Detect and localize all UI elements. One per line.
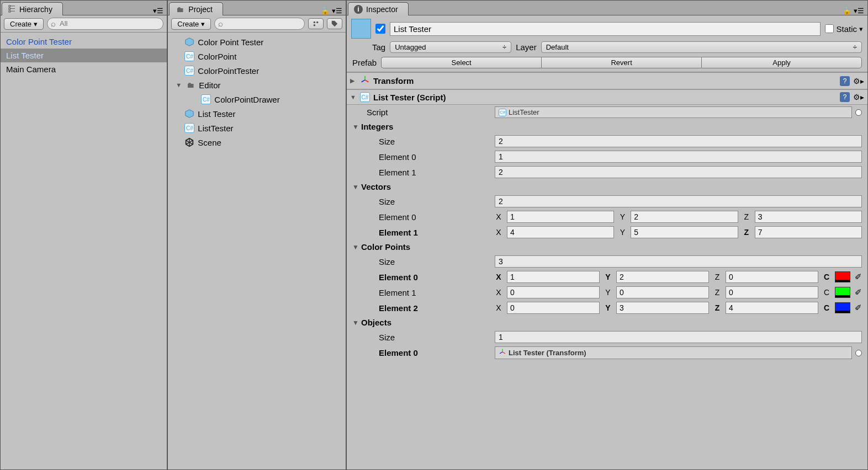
z-field[interactable]	[726, 286, 818, 298]
hierarchy-item[interactable]: List Tester	[1, 49, 167, 62]
hierarchy-item[interactable]: Color Point Tester	[1, 35, 167, 49]
y-label[interactable]: Y	[604, 273, 612, 281]
hierarchy-item[interactable]: Main Camera	[1, 62, 167, 76]
help-icon[interactable]: ?	[840, 92, 850, 102]
object-picker-icon[interactable]	[855, 109, 862, 116]
filter-label-button[interactable]	[327, 18, 342, 29]
eyedropper-icon[interactable]: ✐	[855, 287, 862, 297]
gear-icon[interactable]: ⚙▸	[853, 77, 864, 86]
z-field[interactable]	[726, 271, 818, 283]
x-field[interactable]	[507, 302, 600, 314]
y-label[interactable]: Y	[604, 303, 612, 312]
color-swatch[interactable]	[835, 287, 850, 298]
project-item[interactable]: C# ListTester	[168, 121, 346, 135]
script-object-field[interactable]: C#ListTester	[495, 106, 862, 118]
x-label[interactable]: X	[495, 273, 502, 281]
size-field[interactable]	[495, 255, 862, 268]
c-label[interactable]: C	[823, 273, 830, 281]
foldout-icon[interactable]: ▼	[352, 183, 359, 191]
panel-menu-icon[interactable]: ▾☰	[150, 7, 167, 15]
inspector-tab[interactable]: i Inspector	[348, 2, 409, 15]
active-checkbox[interactable]	[375, 24, 385, 34]
static-toggle[interactable]: Static ▾	[825, 24, 863, 34]
prefab-apply-button[interactable]: Apply	[701, 57, 862, 68]
y-field[interactable]	[616, 271, 709, 283]
c-label[interactable]: C	[823, 303, 830, 312]
color-swatch[interactable]	[835, 302, 850, 313]
x-field[interactable]	[507, 271, 600, 283]
size-field[interactable]	[495, 195, 862, 207]
y-field[interactable]	[631, 226, 738, 238]
filter-type-button[interactable]	[308, 18, 324, 29]
z-field[interactable]	[726, 302, 818, 314]
panel-menu-icon[interactable]: 🔒 ▾☰	[839, 7, 867, 15]
color-swatch[interactable]	[835, 271, 850, 282]
z-label[interactable]: Z	[713, 288, 721, 297]
project-item[interactable]: C# ColorPoint	[168, 49, 346, 63]
project-search[interactable]	[214, 18, 305, 30]
x-label[interactable]: X	[495, 212, 502, 221]
hierarchy-tab[interactable]: Hierarchy	[2, 2, 63, 15]
script-component-header[interactable]: ▼ C# List Tester (Script) ? ⚙▸	[347, 89, 867, 105]
integers-section[interactable]: ▼ Integers	[347, 120, 867, 133]
panel-menu-icon[interactable]: 🔒 ▾☰	[317, 7, 346, 15]
int-field[interactable]	[495, 166, 862, 178]
static-checkbox[interactable]	[825, 24, 834, 33]
z-label[interactable]: Z	[743, 212, 750, 221]
x-field[interactable]	[507, 226, 614, 238]
project-item[interactable]: Scene	[168, 135, 346, 149]
z-label[interactable]: Z	[713, 303, 721, 312]
create-button[interactable]: Create ▾	[4, 18, 44, 30]
create-button[interactable]: Create ▾	[171, 18, 211, 30]
x-field[interactable]	[507, 211, 614, 223]
foldout-icon[interactable]: ▼	[352, 123, 359, 131]
c-label[interactable]: C	[823, 288, 830, 297]
vectors-section[interactable]: ▼ Vectors	[347, 180, 867, 194]
prefab-select-button[interactable]: Select	[381, 57, 541, 68]
hierarchy-search[interactable]	[47, 18, 163, 30]
lock-icon[interactable]: 🔒	[321, 7, 330, 15]
project-tab[interactable]: 🖿 Project	[169, 2, 223, 15]
lock-icon[interactable]: 🔒	[843, 7, 851, 15]
y-label[interactable]: Y	[604, 288, 612, 297]
size-field[interactable]	[495, 331, 862, 343]
object-field[interactable]: List Tester (Transform)	[495, 346, 862, 359]
tag-dropdown[interactable]: Untagged÷	[390, 41, 511, 53]
size-field[interactable]	[495, 135, 862, 147]
objects-section[interactable]: ▼ Objects	[347, 316, 867, 329]
z-field[interactable]	[755, 211, 862, 223]
foldout-icon[interactable]: ▼	[176, 82, 182, 88]
foldout-icon[interactable]: ▼	[352, 243, 359, 251]
transform-component-header[interactable]: ▶ Transform ? ⚙▸	[347, 72, 867, 89]
prefab-revert-button[interactable]: Revert	[541, 57, 701, 68]
project-folder[interactable]: ▼ 🖿 Editor	[168, 78, 346, 92]
project-search-input[interactable]	[227, 19, 300, 28]
foldout-icon[interactable]: ▶	[350, 77, 357, 84]
object-picker-icon[interactable]	[855, 350, 862, 356]
hierarchy-search-input[interactable]	[60, 19, 158, 28]
project-item[interactable]: C# ColorPointDrawer	[168, 92, 346, 106]
dropdown-caret-icon[interactable]: ▾	[859, 25, 863, 33]
z-label[interactable]: Z	[713, 273, 721, 281]
z-field[interactable]	[755, 226, 862, 238]
eyedropper-icon[interactable]: ✐	[855, 303, 862, 313]
colorpoints-section[interactable]: ▼ Color Points	[347, 240, 867, 254]
help-icon[interactable]: ?	[840, 76, 850, 86]
y-label[interactable]: Y	[618, 228, 626, 237]
z-label[interactable]: Z	[743, 228, 750, 237]
gameobject-name-field[interactable]	[390, 22, 821, 36]
project-item[interactable]: C# ColorPointTester	[168, 63, 346, 78]
y-field[interactable]	[616, 302, 709, 314]
x-field[interactable]	[507, 286, 600, 298]
y-field[interactable]	[631, 211, 738, 223]
y-field[interactable]	[616, 286, 709, 298]
x-label[interactable]: X	[495, 288, 502, 297]
foldout-icon[interactable]: ▼	[352, 319, 359, 327]
x-label[interactable]: X	[495, 228, 502, 237]
layer-dropdown[interactable]: Default÷	[541, 41, 862, 53]
gameobject-icon[interactable]	[351, 19, 371, 39]
int-field[interactable]	[495, 151, 862, 163]
project-item[interactable]: List Tester	[168, 106, 346, 121]
foldout-icon[interactable]: ▼	[350, 94, 357, 100]
gear-icon[interactable]: ⚙▸	[853, 93, 864, 102]
